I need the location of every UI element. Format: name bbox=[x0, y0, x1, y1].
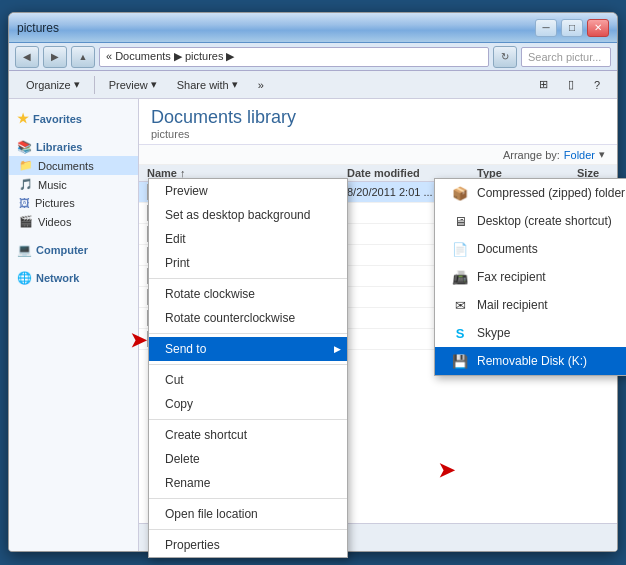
libraries-folder-icon: 📚 bbox=[17, 140, 32, 154]
menu-separator bbox=[149, 333, 347, 334]
submenu-item-fax[interactable]: 📠 Fax recipient bbox=[435, 263, 626, 291]
sidebar-item-pictures[interactable]: 🖼 Pictures bbox=[9, 194, 138, 212]
menu-item-rotate-cw[interactable]: Rotate clockwise bbox=[149, 282, 347, 306]
arrow-removable-disk: ➤ bbox=[438, 458, 455, 482]
menu-item-rename[interactable]: Rename bbox=[149, 471, 347, 495]
title-bar-text: pictures bbox=[17, 21, 535, 35]
menu-item-desktop-bg[interactable]: Set as desktop background bbox=[149, 203, 347, 227]
title-bar: pictures ─ □ ✕ bbox=[9, 13, 617, 43]
more-button[interactable]: » bbox=[249, 74, 273, 96]
submenu-item-documents[interactable]: 📄 Documents bbox=[435, 235, 626, 263]
videos-icon: 🎬 bbox=[19, 215, 33, 228]
preview-button[interactable]: Preview ▾ bbox=[100, 74, 166, 96]
submenu: 📦 Compressed (zipped) folder 🖥 Desktop (… bbox=[434, 178, 626, 376]
network-icon: 🌐 bbox=[17, 271, 32, 285]
organize-button[interactable]: Organize ▾ bbox=[17, 74, 89, 96]
library-subtitle: pictures bbox=[151, 128, 605, 140]
mail-icon: ✉ bbox=[451, 296, 469, 314]
submenu-item-mail[interactable]: ✉ Mail recipient bbox=[435, 291, 626, 319]
favorites-header[interactable]: ★ Favorites bbox=[9, 107, 138, 128]
menu-item-print[interactable]: Print bbox=[149, 251, 347, 275]
maximize-button[interactable]: □ bbox=[561, 19, 583, 37]
compressed-icon: 📦 bbox=[451, 184, 469, 202]
computer-header[interactable]: 💻 Computer bbox=[9, 239, 138, 259]
context-menu-wrapper: Preview Set as desktop background Edit P… bbox=[148, 178, 348, 558]
submenu-item-compressed[interactable]: 📦 Compressed (zipped) folder bbox=[435, 179, 626, 207]
documents-icon: 📁 bbox=[19, 159, 33, 172]
desktop-icon: 🖥 bbox=[451, 212, 469, 230]
network-header[interactable]: 🌐 Network bbox=[9, 267, 138, 287]
menu-item-send-to[interactable]: Send to bbox=[149, 337, 347, 361]
menu-item-rotate-ccw[interactable]: Rotate counterclockwise bbox=[149, 306, 347, 330]
views-button[interactable]: ⊞ bbox=[530, 74, 557, 96]
refresh-button[interactable]: ↻ bbox=[493, 46, 517, 68]
pictures-icon: 🖼 bbox=[19, 197, 30, 209]
menu-separator bbox=[149, 419, 347, 420]
help-button[interactable]: ? bbox=[585, 74, 609, 96]
search-box[interactable]: Search pictur... bbox=[521, 47, 611, 67]
menu-item-copy[interactable]: Copy bbox=[149, 392, 347, 416]
context-menu: Preview Set as desktop background Edit P… bbox=[148, 178, 348, 558]
address-bar: ◀ ▶ ▲ « Documents ▶ pictures ▶ ↻ Search … bbox=[9, 43, 617, 71]
up-button[interactable]: ▲ bbox=[71, 46, 95, 68]
menu-item-create-shortcut[interactable]: Create shortcut bbox=[149, 423, 347, 447]
minimize-button[interactable]: ─ bbox=[535, 19, 557, 37]
favorites-section: ★ Favorites bbox=[9, 107, 138, 128]
sidebar-item-videos[interactable]: 🎬 Videos bbox=[9, 212, 138, 231]
menu-item-open-location[interactable]: Open file location bbox=[149, 502, 347, 526]
content-header: Documents library pictures bbox=[139, 99, 617, 145]
address-path[interactable]: « Documents ▶ pictures ▶ bbox=[99, 47, 489, 67]
preview-pane-button[interactable]: ▯ bbox=[559, 74, 583, 96]
forward-button[interactable]: ▶ bbox=[43, 46, 67, 68]
sidebar-item-music[interactable]: 🎵 Music bbox=[9, 175, 138, 194]
computer-section: 💻 Computer bbox=[9, 239, 138, 259]
share-with-button[interactable]: Share with ▾ bbox=[168, 74, 247, 96]
menu-item-delete[interactable]: Delete bbox=[149, 447, 347, 471]
submenu-item-desktop[interactable]: 🖥 Desktop (create shortcut) bbox=[435, 207, 626, 235]
title-bar-controls: ─ □ ✕ bbox=[535, 19, 609, 37]
libraries-header[interactable]: 📚 Libraries bbox=[9, 136, 138, 156]
arrange-bar: Arrange by: Folder ▾ bbox=[139, 145, 617, 165]
menu-separator bbox=[149, 278, 347, 279]
menu-separator bbox=[149, 529, 347, 530]
star-icon: ★ bbox=[17, 111, 29, 126]
library-title: Documents library bbox=[151, 107, 605, 128]
submenu-wrapper: 📦 Compressed (zipped) folder 🖥 Desktop (… bbox=[434, 178, 626, 376]
arrange-folder-link[interactable]: Folder bbox=[564, 149, 595, 161]
menu-item-preview[interactable]: Preview bbox=[149, 179, 347, 203]
disk-icon: 💾 bbox=[451, 352, 469, 370]
menu-separator bbox=[149, 498, 347, 499]
skype-icon: S bbox=[451, 324, 469, 342]
fax-icon: 📠 bbox=[451, 268, 469, 286]
music-icon: 🎵 bbox=[19, 178, 33, 191]
menu-item-edit[interactable]: Edit bbox=[149, 227, 347, 251]
arrow-send-to: ➤ bbox=[130, 328, 147, 352]
menu-item-cut[interactable]: Cut bbox=[149, 368, 347, 392]
sidebar: ★ Favorites 📚 Libraries 📁 Documents 🎵 Mu… bbox=[9, 99, 139, 551]
toolbar: Organize ▾ Preview ▾ Share with ▾ » ⊞ ▯ … bbox=[9, 71, 617, 99]
menu-item-properties[interactable]: Properties bbox=[149, 533, 347, 557]
computer-icon: 💻 bbox=[17, 243, 32, 257]
menu-separator bbox=[149, 364, 347, 365]
libraries-section: 📚 Libraries 📁 Documents 🎵 Music 🖼 Pictur… bbox=[9, 136, 138, 231]
documents-icon: 📄 bbox=[451, 240, 469, 258]
submenu-item-skype[interactable]: S Skype bbox=[435, 319, 626, 347]
submenu-item-removable-disk[interactable]: 💾 Removable Disk (K:) bbox=[435, 347, 626, 375]
network-section: 🌐 Network bbox=[9, 267, 138, 287]
close-button[interactable]: ✕ bbox=[587, 19, 609, 37]
toolbar-separator bbox=[94, 76, 95, 94]
back-button[interactable]: ◀ bbox=[15, 46, 39, 68]
sidebar-item-documents[interactable]: 📁 Documents bbox=[9, 156, 138, 175]
